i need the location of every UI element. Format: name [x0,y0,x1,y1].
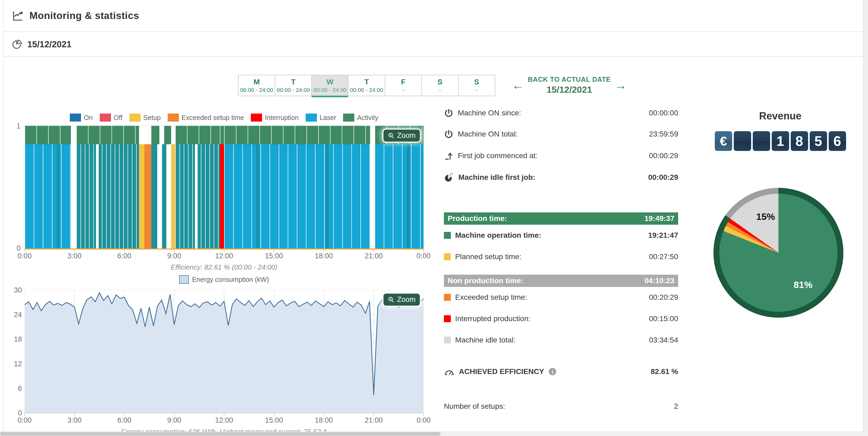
production-time-label: Production time: [447,214,507,223]
week-tab-6-S[interactable]: S- [458,75,495,96]
idle-total-value: 03:34:54 [649,336,678,344]
axis-tick-label: 12:00 [208,252,240,260]
timeline-segment-laser-activity-dense [175,126,220,249]
timeline-segment-idle [71,126,76,249]
date-header: 15/12/2021 [4,32,864,57]
axis-tick [374,413,374,416]
legend-swatch [100,113,111,122]
first-job-label: First job commenced at: [458,152,538,160]
revenue-digit-tile-1 [734,131,751,151]
timeline-segment-interruption [220,126,224,249]
idle-first-job-row: z z Machine idle first job: 00:00:29 [444,172,678,182]
energy-legend-swatch [179,275,189,284]
content-area: Monitoring & statistics 15/12/2021 M06:0… [3,0,864,432]
timeline-ytick-1: 1 [17,122,21,130]
axis-tick [74,413,75,416]
energy-ytick-24: 24 [6,311,22,319]
vertical-scrollbar[interactable] [863,0,868,432]
week-tab-5-S[interactable]: S- [422,75,458,96]
time-share-pie-chart: 15% 81% [713,188,843,317]
axis-tick [24,413,25,416]
back-to-actual-date-label[interactable]: BACK TO ACTUAL DATE [528,76,611,83]
non-production-time-header: Non production time: 04:10:23 [444,275,678,287]
legend-swatch [168,113,179,122]
week-tab-1-T[interactable]: T00:00 - 24:00 [275,75,312,96]
legend-item-activity[interactable]: Activity [343,113,378,122]
energy-consumption-chart: 0612182430 Zoom [25,290,424,413]
energy-legend[interactable]: Energy consumption (kW) [25,275,424,284]
back-to-actual-date[interactable]: BACK TO ACTUAL DATE 15/12/2021 [528,76,611,95]
energy-ytick-12: 12 [6,360,22,368]
axis-tick-label: 21:00 [358,252,390,260]
legend-item-on[interactable]: On [70,113,93,122]
legend-item-off[interactable]: Off [100,113,122,122]
efficiency-caption: Efficiency: 82.61 % (00:00 - 24:00) [25,263,424,271]
week-tab-2-W[interactable]: W00:00 - 24:00 [312,75,348,96]
legend-swatch [129,113,141,122]
legend-item-interruption[interactable]: Interruption [251,113,299,122]
svg-text:z: z [452,172,453,175]
legend-swatch [70,113,81,122]
horizontal-scrollbar-thumb[interactable] [0,432,441,436]
first-job-value: 00:00:29 [649,152,678,160]
week-tab-0-M[interactable]: M06:00 - 24:00 [238,75,275,96]
axis-tick-label: 0:00 [8,416,41,425]
power-icon [444,108,454,118]
axis-tick-label: 0:00 [407,252,440,260]
horizontal-scrollbar [0,432,868,436]
number-of-setups-value: 2 [674,402,678,411]
energy-zoom-button[interactable]: Zoom [383,294,420,306]
idle-clock-icon: z z [444,172,454,182]
axis-tick-label: 21:00 [358,416,390,425]
svg-text:i: i [552,369,553,375]
idle-first-job-value: 00:00:29 [648,173,678,182]
planned-setup-swatch [444,253,451,260]
info-icon[interactable]: i [549,368,556,376]
production-time-value: 19:49:37 [645,214,674,223]
legend-item-setup[interactable]: Setup [129,113,161,122]
timeline-segment-idle [370,126,375,249]
operation-swatch [444,232,451,239]
revenue-digit-tile-6: 6 [829,131,846,151]
revenue-currency-tile: € [715,131,732,151]
monitoring-page: Monitoring & statistics 15/12/2021 M06:0… [0,0,868,436]
axis-tick-label: 6:00 [108,416,141,425]
week-tab-4-F[interactable]: F- [385,75,422,96]
achieved-efficiency-value: 82.61 % [651,367,678,376]
machine-on-since-value: 00:00:00 [649,109,678,117]
legend-label: On [84,114,93,122]
legend-swatch [343,113,354,122]
axis-tick [274,413,274,416]
timeline-ytick-0: 0 [17,244,21,253]
pie-label-production: 81% [794,279,812,290]
timeline-segment-laser-activity-sparse [151,126,172,249]
gauge-icon [444,367,455,376]
legend-label: Off [114,114,122,122]
previous-day-arrow[interactable]: ← [512,79,524,91]
power-icon [444,129,454,139]
exceeded-setup-swatch [444,294,451,301]
magnifier-icon [388,132,395,139]
number-of-setups-row: Number of setups: 2 [444,402,678,411]
timeline-zoom-button[interactable]: Zoom [383,130,420,142]
axis-tick-label: 9:00 [158,252,190,260]
pie-chart-icon [12,39,23,50]
magnifier-icon [388,296,395,303]
next-day-arrow[interactable]: → [615,79,627,91]
legend-item-laser[interactable]: Laser [306,113,336,122]
page-title: Monitoring & statistics [29,10,139,21]
axis-tick-label: 12:00 [208,416,240,425]
axis-tick-label: 3:00 [59,416,91,425]
legend-item-exceeded-setup-time[interactable]: Exceeded setup time [168,113,244,122]
week-tab-3-T[interactable]: T00:00 - 24:00 [348,75,385,96]
date-navigation: ← BACK TO ACTUAL DATE 15/12/2021 → [512,76,627,95]
idle-total-label: Machine idle total: [455,336,516,344]
energy-ytick-30: 30 [6,286,22,294]
machine-operation-label: Machine operation time: [455,231,541,240]
revenue-digit-tile-2 [753,131,770,151]
timeline-segment-laser-activity [25,126,71,249]
week-day-selector: M06:00 - 24:00T00:00 - 24:00W00:00 - 24:… [238,75,495,96]
line-chart-icon [12,10,24,22]
axis-tick [224,413,224,416]
machine-on-since-row: Machine ON since: 00:00:00 [444,108,678,118]
